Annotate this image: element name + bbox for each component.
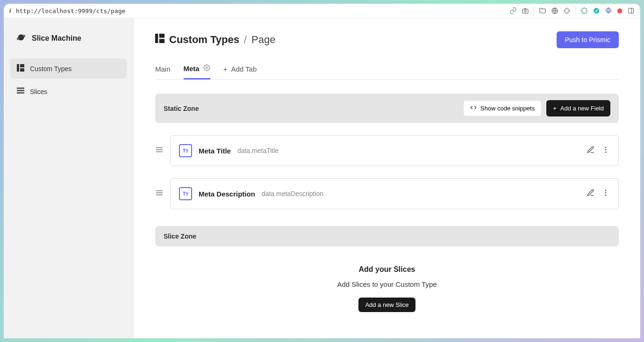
svg-rect-11 [20,64,24,67]
svg-rect-16 [155,34,158,43]
svg-rect-15 [17,92,24,94]
globe-icon[interactable] [551,7,558,15]
svg-point-23 [605,146,607,148]
breadcrumb-root[interactable]: Custom Types [169,34,239,46]
url-text[interactable]: http://localhost:9999/cts/page [16,7,126,15]
svg-rect-22 [156,152,163,153]
drag-handle-icon[interactable] [155,146,164,155]
add-new-slice-button[interactable]: Add a new Slice [358,298,415,312]
svg-rect-20 [156,147,163,148]
svg-point-5 [608,10,609,12]
zone-title: Slice Zone [164,233,196,240]
main-content: Custom Types / Page Push to Prismic Main… [134,18,640,338]
brand-logo-icon [16,32,26,44]
field-api-id: data.metaTitle [237,147,279,154]
dashboard-icon [155,34,165,46]
svg-point-1 [524,10,526,12]
drag-handle-icon[interactable] [155,189,164,198]
svg-rect-17 [159,34,165,38]
svg-point-25 [605,152,607,153]
code-icon [470,104,477,112]
slice-zone-header: Slice Zone [155,226,619,247]
sidebar-item-slices[interactable]: Slices [10,81,127,102]
svg-rect-28 [156,195,163,196]
more-vertical-icon[interactable] [601,189,610,199]
sidebar: Slice Machine Custom Types Slices [4,18,134,338]
puzzle-icon[interactable] [580,7,588,15]
svg-point-19 [206,67,208,69]
text-field-icon: Tᴛ [179,187,192,200]
page-header: Custom Types / Page Push to Prismic [155,31,619,48]
more-vertical-icon[interactable] [601,146,610,156]
plus-icon: + [223,65,228,73]
slice-empty-heading: Add your Slices [359,265,415,274]
svg-point-24 [605,149,607,151]
gear-icon[interactable] [203,64,210,73]
brand: Slice Machine [10,28,127,49]
breadcrumb-current: Page [251,34,275,46]
zone-title: Static Zone [164,105,199,112]
add-new-field-button[interactable]: + Add a new Field [546,100,610,116]
svg-rect-14 [17,90,24,91]
sidebar-item-label: Custom Types [30,65,72,73]
push-to-prismic-button[interactable]: Push to Prismic [557,31,619,48]
svg-rect-26 [156,190,163,191]
check-circle-icon[interactable] [593,7,600,15]
info-icon: i [9,7,11,15]
field-name: Meta Title [199,147,231,155]
svg-point-30 [605,192,607,194]
brand-name: Slice Machine [32,34,81,43]
slice-zone-empty-state: Add your Slices Add Slices to your Custo… [155,265,619,312]
tab-meta[interactable]: Meta [184,58,210,80]
folder-icon[interactable] [539,7,546,15]
add-tab-button[interactable]: + Add Tab [223,59,257,79]
text-field-icon: Tᴛ [179,144,192,157]
edit-icon[interactable] [587,189,595,199]
field-card-meta-title[interactable]: Tᴛ Meta Title data.metaTitle [170,135,619,166]
gear-blue-icon[interactable] [605,7,612,15]
browser-extension-icons: ⬢ [509,7,635,15]
slice-empty-subtext: Add Slices to your Custom Type [337,280,436,288]
svg-rect-13 [17,87,24,89]
svg-rect-12 [20,68,24,72]
field-row: Tᴛ Meta Title data.metaTitle [155,135,619,166]
field-name: Meta Description [199,190,255,198]
svg-rect-27 [156,192,163,193]
field-row: Tᴛ Meta Description data.metaDescription [155,178,619,209]
field-card-meta-description[interactable]: Tᴛ Meta Description data.metaDescription [170,178,619,209]
svg-rect-10 [17,64,19,72]
svg-rect-18 [159,39,165,43]
field-api-id: data.metaDescription [262,190,323,197]
static-zone-header: Static Zone Show code snippets + Add a n… [155,94,619,123]
svg-point-4 [593,7,599,14]
svg-point-31 [605,195,607,196]
show-code-snippets-button[interactable]: Show code snippets [463,100,542,116]
panel-icon[interactable] [627,7,635,15]
svg-rect-21 [156,149,163,150]
svg-rect-6 [629,8,634,14]
address-bar: i http://localhost:9999/cts/page ⬢ [4,4,640,18]
link-icon[interactable] [509,7,517,15]
tabs: Main Meta + Add Tab [155,58,619,80]
breadcrumb-separator: / [244,34,247,46]
breadcrumb: Custom Types / Page [155,34,275,46]
target-icon[interactable] [563,7,571,15]
sidebar-item-custom-types[interactable]: Custom Types [10,58,127,79]
slices-icon [17,87,24,96]
tab-main[interactable]: Main [155,59,171,79]
sidebar-item-label: Slices [30,88,47,95]
edit-icon[interactable] [587,146,595,156]
svg-point-29 [605,189,607,191]
dashboard-icon [17,64,24,73]
camera-icon[interactable] [522,7,529,15]
bug-icon[interactable]: ⬢ [617,7,623,15]
svg-point-3 [565,8,569,13]
plus-icon: + [553,105,557,112]
svg-rect-0 [522,9,528,14]
